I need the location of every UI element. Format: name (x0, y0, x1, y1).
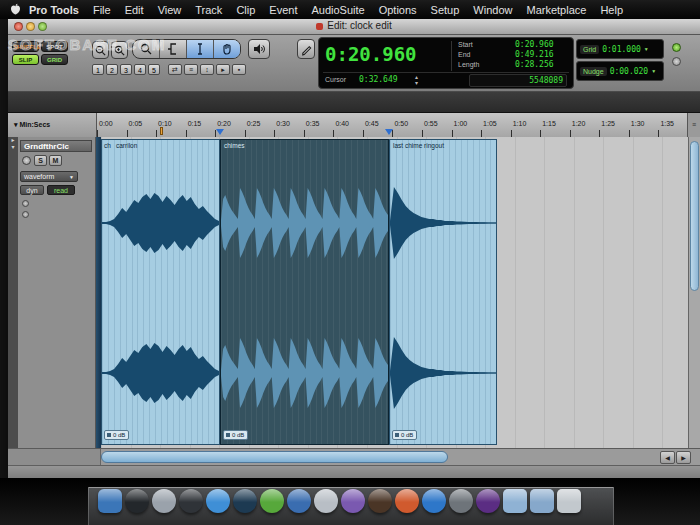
folder-icon[interactable] (530, 489, 554, 513)
scrubber-tool-button[interactable] (248, 39, 270, 59)
app-icon-dark[interactable] (179, 489, 203, 513)
menu-item[interactable]: Options (379, 4, 417, 16)
shuffle-mode-button[interactable]: SHUFFLE (12, 41, 39, 52)
app-icon-purple[interactable] (341, 489, 365, 513)
memory-location-marker[interactable] (160, 127, 163, 135)
selection-end-marker[interactable] (385, 129, 393, 135)
menu-item[interactable]: Marketplace (526, 4, 586, 16)
zoomer-tool-button[interactable] (133, 40, 160, 58)
grabber-tool-button[interactable] (214, 40, 240, 58)
window-title-bar[interactable]: Edit: clock edit (8, 19, 700, 35)
trim-tool-button[interactable] (160, 40, 187, 58)
menu-item[interactable]: AudioSuite (311, 4, 364, 16)
dashboard-icon[interactable] (125, 489, 149, 513)
aux-knob[interactable] (672, 57, 681, 66)
scroll-left-button[interactable]: ◀ (660, 451, 675, 464)
ruler-unit-header[interactable]: ▾ Min:Secs (8, 113, 97, 137)
counter-arrows[interactable]: ▴▾ (415, 74, 418, 86)
selection-start-marker[interactable] (216, 129, 224, 135)
clips-area[interactable]: ch carrilon 0 dB chimes (101, 137, 688, 448)
spot-mode-button[interactable]: SPOT (41, 41, 68, 52)
selector-tool-button[interactable] (187, 40, 214, 58)
safari-icon[interactable] (206, 489, 230, 513)
end-value[interactable]: 0:49.216 (515, 50, 554, 59)
record-enable-button[interactable] (22, 156, 31, 165)
track-view-selector[interactable]: waveform ▼ (20, 171, 78, 182)
nudge-label[interactable]: Nudge (580, 67, 607, 76)
app-icon-orange[interactable] (395, 489, 419, 513)
pro-tools-icon[interactable] (476, 489, 500, 513)
vertical-scrollbar[interactable] (688, 137, 700, 448)
app-icon-blue[interactable] (287, 489, 311, 513)
grid-mode-button[interactable]: GRID (41, 54, 68, 65)
menu-item[interactable]: Clip (236, 4, 255, 16)
grid-dropdown-arrow[interactable]: ▼ (644, 46, 649, 52)
finder-icon[interactable] (98, 489, 122, 513)
audio-region-chimes-selected[interactable]: chimes 0 dB (220, 139, 389, 445)
app-icon-navy[interactable] (233, 489, 257, 513)
launchpad-icon[interactable] (152, 489, 176, 513)
menu-item[interactable]: Event (269, 4, 297, 16)
zoom-preset-button[interactable]: 5 (148, 64, 160, 75)
cursor-value: 0:32.649 (359, 75, 398, 84)
horizontal-scrollbar[interactable]: ◀ ▶ (8, 448, 700, 465)
mute-button[interactable]: M (49, 155, 62, 166)
apple-menu-icon[interactable] (10, 3, 21, 16)
clip-gain-badge[interactable]: 0 dB (104, 430, 129, 440)
toolbar-toggle-button[interactable]: ⇄ (168, 64, 182, 75)
audio-region-carrilon[interactable]: ch carrilon 0 dB (101, 139, 220, 445)
vertical-scroll-thumb[interactable] (690, 141, 699, 291)
zoom-preset-button[interactable]: 4 (134, 64, 146, 75)
clip-gain-badge[interactable]: 0 dB (223, 430, 248, 440)
nudge-value[interactable]: 0:00.020 (610, 67, 649, 76)
zoom-out-button[interactable] (92, 41, 109, 59)
zoom-preset-button[interactable]: 3 (120, 64, 132, 75)
app-icon-silver[interactable] (314, 489, 338, 513)
ruler-options-button[interactable]: ≡ (687, 113, 700, 137)
pencil-tool-button[interactable] (297, 39, 315, 59)
toolbar-toggle-button[interactable]: ▪ (232, 64, 246, 75)
audio-region-ringout[interactable]: last chime ringout 0 dB (389, 139, 497, 445)
toolbar-toggle-button[interactable]: ↕ (200, 64, 214, 75)
toolbar-toggle-button[interactable]: ≡ (184, 64, 198, 75)
grid-value[interactable]: 0:01.000 (602, 45, 641, 54)
app-icon-gray[interactable] (449, 489, 473, 513)
region-label: chimes (224, 142, 245, 149)
menu-item[interactable]: Setup (431, 4, 460, 16)
zoom-in-button[interactable] (111, 41, 128, 59)
track-option-dot[interactable] (22, 200, 29, 207)
menu-item[interactable]: Edit (125, 4, 144, 16)
track-name[interactable]: GrndfthrClc (20, 140, 92, 152)
slip-mode-button[interactable]: SLIP (12, 54, 39, 65)
scroll-right-button[interactable]: ▶ (676, 451, 691, 464)
clip-gain-badge[interactable]: 0 dB (392, 430, 417, 440)
solo-button[interactable]: S (34, 155, 47, 166)
folder-icon[interactable] (503, 489, 527, 513)
start-value[interactable]: 0:20.960 (515, 40, 554, 49)
zoom-preset-button[interactable]: 2 (106, 64, 118, 75)
nudge-dropdown-arrow[interactable]: ▼ (651, 68, 656, 74)
read-mode-button[interactable]: read (47, 185, 75, 195)
automation-mode-button[interactable]: dyn (20, 185, 44, 195)
garageband-icon[interactable] (368, 489, 392, 513)
menu-item[interactable]: Pro Tools (29, 4, 79, 16)
window-title: Edit: clock edit (8, 20, 700, 31)
sub-counter-value[interactable]: 5548089 (529, 76, 563, 85)
menu-item[interactable]: File (93, 4, 111, 16)
zoom-preset-button[interactable]: 1 (92, 64, 104, 75)
track-list-strip[interactable]: ▸▾ (8, 137, 18, 448)
menu-item[interactable]: View (158, 4, 182, 16)
length-value[interactable]: 0:28.256 (515, 60, 554, 69)
menu-item[interactable]: Track (195, 4, 222, 16)
timeline-ruler[interactable]: ▾ Min:Secs 0:000:050:100:150:200:250:300… (8, 113, 700, 138)
menu-item[interactable]: Help (600, 4, 623, 16)
horizontal-scroll-thumb[interactable] (101, 451, 448, 463)
app-icon-azure[interactable] (422, 489, 446, 513)
main-time-counter[interactable]: 0:20.960 (325, 43, 417, 65)
itunes-icon[interactable] (260, 489, 284, 513)
menu-item[interactable]: Window (473, 4, 512, 16)
track-option-dot[interactable] (22, 211, 29, 218)
grid-label[interactable]: Grid (580, 45, 599, 54)
trash-icon[interactable] (557, 489, 581, 513)
toolbar-toggle-button[interactable]: ▸ (216, 64, 230, 75)
